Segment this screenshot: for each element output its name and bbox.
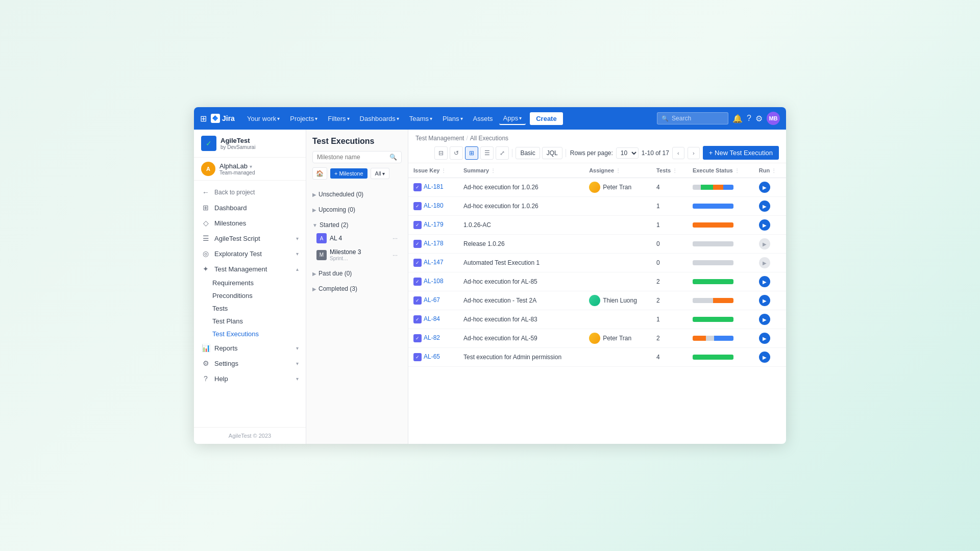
create-button[interactable]: Create <box>530 112 562 125</box>
sidebar-item-dashboard[interactable]: ⊞ Dashboard <box>194 200 306 215</box>
issue-key-link[interactable]: AL-181 <box>424 183 444 190</box>
sidebar-item-back[interactable]: ← Back to project <box>194 185 306 200</box>
rows-per-page-select[interactable]: 10 20 50 <box>616 147 639 159</box>
home-button[interactable]: 🏠 <box>312 167 327 180</box>
avatar <box>589 295 600 306</box>
sidebar-item-milestones[interactable]: ◇ Milestones <box>194 215 306 231</box>
sidebar-item-requirements[interactable]: Requirements <box>212 277 306 289</box>
expand-button[interactable]: ⤢ <box>496 146 509 160</box>
jira-logo[interactable]: Jira <box>211 114 235 123</box>
chevron-down-icon: ▾ <box>347 116 350 121</box>
milestone-group-header[interactable]: ▶ Completed (3) <box>312 283 402 294</box>
sidebar-item-reports[interactable]: 📊 Reports ▾ <box>194 340 306 356</box>
settings-icon[interactable]: ⚙ <box>755 114 763 123</box>
assignee-cell: Thien Luong <box>589 295 646 306</box>
nav-teams[interactable]: Teams ▾ <box>405 113 436 124</box>
sidebar-item-tests[interactable]: Tests <box>212 302 306 315</box>
sidebar-item-settings[interactable]: ⚙ Settings ▾ <box>194 356 306 371</box>
issue-key-link[interactable]: AL-178 <box>424 240 444 247</box>
grid-icon[interactable]: ⊞ <box>200 114 207 123</box>
milestone-group-header[interactable]: ▶ Past due (0) <box>312 268 402 279</box>
run-button[interactable]: ▶ <box>759 182 770 193</box>
status-segment-green <box>693 317 733 322</box>
issue-key-link[interactable]: AL-180 <box>424 202 444 209</box>
status-segment-orange <box>713 185 723 190</box>
breadcrumb-test-management[interactable]: Test Management <box>415 135 464 142</box>
sidebar-footer: AgileTest © 2023 <box>194 427 306 444</box>
run-button[interactable]: ▶ <box>759 295 770 306</box>
sidebar-item-test-management[interactable]: ✦ Test Management ▴ <box>194 261 306 277</box>
milestone-group-started-header[interactable]: ▼ Started (2) <box>312 219 402 231</box>
sidebar-item-test-plans[interactable]: Test Plans <box>212 315 306 328</box>
chevron-down-icon: ▾ <box>250 164 252 169</box>
col-resize-handle[interactable]: ⋮ <box>491 168 496 173</box>
col-resize-handle[interactable]: ⋮ <box>771 168 776 173</box>
status-bar <box>693 204 733 209</box>
run-button[interactable]: ▶ <box>759 352 770 363</box>
col-resize-handle[interactable]: ⋮ <box>441 168 446 173</box>
list-view-button[interactable]: ☰ <box>480 146 494 160</box>
search-box[interactable]: 🔍 Search <box>657 112 728 124</box>
sidebar-item-exploratory[interactable]: ◎ Exploratory Test ▾ <box>194 246 306 261</box>
nav-projects[interactable]: Projects ▾ <box>286 113 322 124</box>
basic-filter-button[interactable]: Basic <box>516 147 540 159</box>
nav-apps[interactable]: Apps ▾ <box>499 112 526 125</box>
new-test-execution-button[interactable]: + New Test Execution <box>703 146 779 160</box>
nav-plans[interactable]: Plans ▾ <box>438 113 467 124</box>
run-button[interactable]: ▶ <box>759 219 770 231</box>
milestone-search-input[interactable] <box>317 154 387 161</box>
cell-run: ▶ <box>754 310 786 329</box>
cell-issue-key: ✓AL-82 <box>408 329 458 348</box>
status-bar <box>693 260 733 265</box>
issue-key-link[interactable]: AL-65 <box>424 353 440 360</box>
all-filter-button[interactable]: All ▾ <box>371 168 389 179</box>
run-button[interactable]: ▶ <box>759 314 770 325</box>
issue-key-link[interactable]: AL-67 <box>424 296 440 304</box>
status-segment-blue <box>714 336 733 341</box>
nav-dashboards[interactable]: Dashboards ▾ <box>356 113 403 124</box>
milestone-search-box[interactable]: 🔍 <box>312 151 402 163</box>
run-button[interactable]: ▶ <box>759 201 770 212</box>
cell-issue-key: ✓AL-147 <box>408 254 458 272</box>
avatar[interactable]: MB <box>767 112 780 125</box>
col-run: Run ⋮ <box>754 163 786 178</box>
issue-key-link[interactable]: AL-147 <box>424 259 444 266</box>
sidebar-item-agiletest-script[interactable]: ☰ AgileTest Script ▾ <box>194 231 306 246</box>
more-icon[interactable]: ··· <box>393 235 398 242</box>
run-button[interactable]: ▶ <box>759 333 770 344</box>
sidebar-item-test-executions[interactable]: Test Executions <box>212 328 306 340</box>
sidebar-item-preconditions[interactable]: Preconditions <box>212 289 306 302</box>
milestone-item-al4[interactable]: A AL 4 ··· <box>312 231 402 246</box>
pagination-next-button[interactable]: › <box>688 147 700 159</box>
table-row: ✓AL-1791.0.26-AC1▶ <box>408 216 786 235</box>
test-management-sub: Requirements Preconditions Tests Test Pl… <box>194 277 306 340</box>
col-resize-handle[interactable]: ⋮ <box>672 168 677 173</box>
milestone-group-header[interactable]: ▶ Unscheduled (0) <box>312 189 402 200</box>
jql-filter-button[interactable]: JQL <box>542 147 562 159</box>
milestone-group-header[interactable]: ▶ Upcoming (0) <box>312 204 402 215</box>
col-resize-handle[interactable]: ⋮ <box>734 168 740 173</box>
help-icon[interactable]: ? <box>747 114 751 123</box>
milestone-item-milestone3[interactable]: M Milestone 3 Sprint… ··· <box>312 246 402 264</box>
run-button[interactable]: ▶ <box>759 276 770 287</box>
add-milestone-button[interactable]: + Milestone <box>330 168 368 179</box>
issue-key-link[interactable]: AL-84 <box>424 315 440 322</box>
filter-icon-button[interactable]: ⊟ <box>434 146 448 160</box>
team-section[interactable]: A AlphaLab ▾ Team-managed <box>194 158 306 181</box>
nav-assets[interactable]: Assets <box>469 113 497 124</box>
separator <box>566 149 566 157</box>
col-resize-handle[interactable]: ⋮ <box>616 168 621 173</box>
sidebar-item-help[interactable]: ? Help ▾ <box>194 371 306 386</box>
pagination-prev-button[interactable]: ‹ <box>672 147 684 159</box>
cell-assignee: Peter Tran <box>584 178 651 197</box>
nav-your-work[interactable]: Your work ▾ <box>243 113 284 124</box>
cell-execute-status <box>688 291 754 310</box>
more-icon[interactable]: ··· <box>393 252 398 259</box>
nav-filters[interactable]: Filters ▾ <box>324 113 353 124</box>
issue-key-link[interactable]: AL-82 <box>424 334 440 341</box>
notifications-icon[interactable]: 🔔 <box>732 114 743 123</box>
refresh-button[interactable]: ↺ <box>450 146 463 160</box>
issue-key-link[interactable]: AL-179 <box>424 221 444 228</box>
grid-view-button[interactable]: ⊞ <box>465 146 478 160</box>
issue-key-link[interactable]: AL-108 <box>424 278 444 285</box>
